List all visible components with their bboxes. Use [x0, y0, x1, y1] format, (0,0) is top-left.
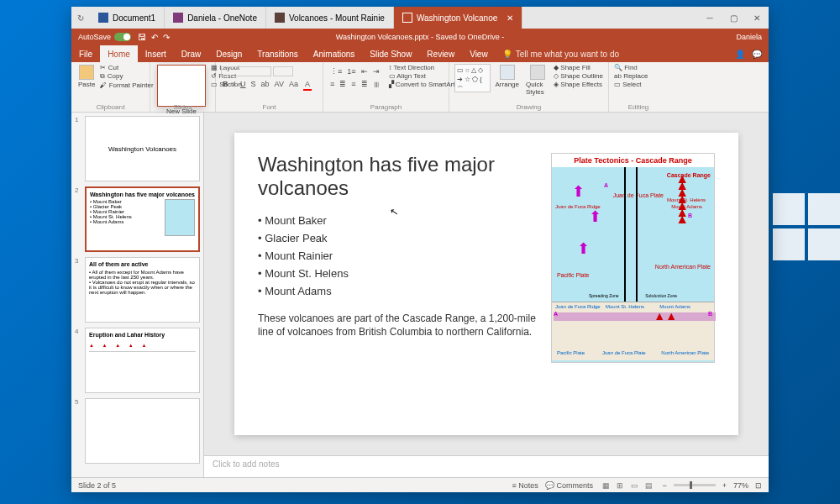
indent-inc-button[interactable]: ⇥	[371, 66, 381, 76]
comments-icon[interactable]: 💬	[752, 50, 762, 59]
shape-fill-button[interactable]: ◆ Shape Fill	[554, 64, 603, 71]
share-icon[interactable]: 👤	[735, 50, 745, 59]
bullets-button[interactable]: ⋮≡	[328, 66, 344, 76]
arrange-button[interactable]: Arrange	[494, 64, 521, 89]
undo-icon[interactable]: ↶	[151, 33, 158, 42]
align-center-button[interactable]: ≣	[338, 79, 348, 89]
slideshow-view-button[interactable]: ▤	[643, 481, 655, 490]
workspace: 1Washington Volcanoes2Washington has fiv…	[71, 113, 769, 477]
change-case-button[interactable]: Aa	[287, 79, 300, 89]
fit-button[interactable]: ⊡	[755, 481, 762, 490]
ribbon-tab-insert[interactable]: Insert	[138, 45, 174, 62]
slide-thumbnail[interactable]: 2Washington has five major volcanoes• Mo…	[75, 186, 200, 252]
close-button[interactable]: ✕	[745, 7, 769, 29]
slide-indicator[interactable]: Slide 2 of 5	[78, 481, 116, 490]
columns-button[interactable]: ⫼	[371, 79, 382, 89]
window-tab[interactable]: Washington Volcanoe✕	[394, 7, 522, 29]
slide-image[interactable]: Plate Tectonics - Cascade Range Cascade …	[551, 153, 715, 363]
reading-view-button[interactable]: ▭	[628, 481, 641, 490]
copy-button[interactable]: ⧉ Copy	[100, 72, 153, 81]
cut-button[interactable]: ✂ Cut	[100, 64, 153, 71]
ribbon-tab-draw[interactable]: Draw	[174, 45, 208, 62]
align-left-button[interactable]: ≡	[328, 79, 336, 89]
paste-button[interactable]: Paste	[76, 64, 97, 89]
bullet-item[interactable]: Mount Baker	[258, 214, 536, 227]
italic-button[interactable]: I	[232, 79, 238, 89]
justify-button[interactable]: ≣	[360, 79, 370, 89]
zoom-in-button[interactable]: +	[722, 481, 727, 490]
replace-button[interactable]: ab Replace	[614, 72, 648, 80]
indent-dec-button[interactable]: ⇤	[360, 66, 370, 76]
shape-outline-button[interactable]: ◇ Shape Outline	[554, 72, 603, 80]
font-size-select[interactable]	[273, 66, 293, 76]
char-spacing-button[interactable]: AV	[273, 79, 286, 89]
ribbon-tab-review[interactable]: Review	[419, 45, 462, 62]
zoom-slider[interactable]	[674, 484, 716, 486]
new-slide-icon	[157, 65, 206, 107]
slide-paragraph[interactable]: These volcanoes are part of the Cascade …	[258, 312, 536, 339]
bold-button[interactable]: B	[221, 79, 230, 89]
bullet-item[interactable]: Mount Rainier	[258, 249, 536, 262]
bullet-item[interactable]: Mount Adams	[258, 285, 536, 297]
quick-styles-icon	[530, 65, 545, 80]
tell-me-search[interactable]: 💡 Tell me what you want to do	[502, 50, 619, 59]
window-tab[interactable]: Daniela - OneNote	[165, 7, 266, 29]
current-slide[interactable]: Washington has five major volcanoes Moun…	[234, 133, 738, 435]
ribbon-tab-file[interactable]: File	[71, 45, 100, 62]
title-bar: AutoSave 🖫 ↶ ↷ Washington Volcanoes.pptx…	[71, 29, 769, 45]
normal-view-button[interactable]: ▦	[600, 481, 612, 490]
history-icon[interactable]: ↻	[71, 13, 90, 23]
slide-bullets[interactable]: Mount BakerGlacier PeakMount RainierMoun…	[258, 214, 536, 297]
ribbon-tab-animations[interactable]: Animations	[306, 45, 362, 62]
minimize-button[interactable]: ─	[698, 7, 722, 29]
ribbon-tab-slide-show[interactable]: Slide Show	[362, 45, 419, 62]
user-name[interactable]: Daniela	[736, 33, 762, 41]
slide-canvas[interactable]: Washington has five major volcanoes Moun…	[204, 113, 769, 455]
font-family-select[interactable]	[221, 66, 271, 76]
smartart-button[interactable]: ▞ Convert to SmartArt	[389, 81, 455, 88]
select-button[interactable]: ▭ Select	[614, 81, 648, 88]
save-icon[interactable]: 🖫	[138, 33, 146, 42]
maximize-button[interactable]: ▢	[722, 7, 745, 29]
app-icon	[98, 13, 108, 23]
find-button[interactable]: 🔍 Find	[614, 64, 648, 71]
shadow-button[interactable]: ab	[260, 79, 271, 89]
underline-button[interactable]: U	[239, 79, 248, 89]
ribbon-tab-view[interactable]: View	[462, 45, 496, 62]
ribbon-tab-home[interactable]: Home	[100, 45, 138, 62]
slide-title[interactable]: Washington has five major volcanoes	[258, 153, 536, 199]
slide-thumbnail[interactable]: 1Washington Volcanoes	[75, 116, 200, 181]
autosave-toggle[interactable]	[114, 33, 131, 41]
bullet-item[interactable]: Mount St. Helens	[258, 267, 536, 280]
comments-button[interactable]: 💬 Comments	[545, 481, 593, 490]
lightbulb-icon: 💡	[502, 50, 512, 59]
window-tab[interactable]: Document1	[90, 7, 165, 29]
shapes-gallery[interactable]: ▭○△◇➔☆⬠{⌒	[454, 64, 491, 92]
slide-thumbnail[interactable]: 5	[75, 398, 200, 464]
sorter-view-button[interactable]: ⊞	[614, 481, 626, 490]
bullet-item[interactable]: Glacier Peak	[258, 232, 536, 244]
numbering-button[interactable]: 1≡	[345, 66, 357, 76]
ribbon-tab-transitions[interactable]: Transitions	[249, 45, 306, 62]
strike-button[interactable]: S	[249, 79, 258, 89]
notes-pane[interactable]: Click to add notes	[204, 455, 769, 477]
ribbon-tab-design[interactable]: Design	[208, 45, 249, 62]
close-tab-icon[interactable]: ✕	[507, 13, 513, 23]
text-direction-button[interactable]: ↕ Text Direction	[389, 64, 455, 71]
quick-styles-button[interactable]: Quick Styles	[524, 64, 550, 97]
redo-icon[interactable]: ↷	[163, 33, 170, 42]
format-painter-button[interactable]: 🖌 Format Painter	[100, 81, 153, 89]
font-color-button[interactable]: A	[302, 79, 313, 89]
slide-thumbnail[interactable]: 4Eruption and Lahar History▲ ▲ ▲ ▲ ▲	[75, 328, 200, 393]
align-text-button[interactable]: ▭ Align Text	[389, 72, 455, 80]
shape-effects-button[interactable]: ◈ Shape Effects	[554, 81, 603, 88]
notes-button[interactable]: ≡ Notes	[512, 481, 538, 490]
align-right-button[interactable]: ≡	[349, 79, 357, 89]
app-icon	[402, 13, 412, 23]
window-tab-bar: ↻ Document1Daniela - OneNoteVolcanoes - …	[71, 7, 769, 29]
window-tab[interactable]: Volcanoes - Mount Rainie	[266, 7, 394, 29]
zoom-out-button[interactable]: −	[662, 481, 666, 490]
slide-thumbnails[interactable]: 1Washington Volcanoes2Washington has fiv…	[71, 113, 204, 477]
zoom-level[interactable]: 77%	[733, 481, 748, 490]
slide-thumbnail[interactable]: 3All of them are active• All of them exc…	[75, 257, 200, 323]
